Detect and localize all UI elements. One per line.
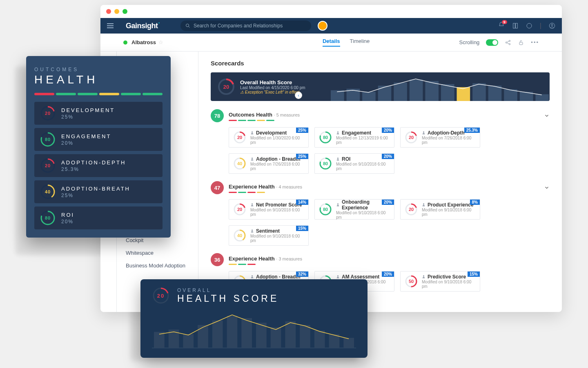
sidebar-item[interactable]: Whitespace — [117, 247, 198, 259]
person-icon — [336, 156, 340, 162]
minimize-window-icon[interactable] — [114, 9, 119, 14]
svg-rect-20 — [378, 86, 392, 101]
banner-text: Overall Health Score Last Modified on 4/… — [240, 79, 305, 94]
close-window-icon[interactable] — [106, 9, 111, 14]
weight-badge: 25% — [296, 128, 308, 133]
weight-badge: 32% — [296, 272, 308, 277]
measure-card[interactable]: 40 Adoption - Breadth Modified on 7/26/2… — [229, 153, 309, 174]
help-icon[interactable] — [526, 22, 532, 29]
group-score-badge: 47 — [211, 181, 224, 194]
measure-card[interactable]: 20 Net Promoter Score Modified on 9/10/2… — [229, 199, 309, 220]
profile-icon[interactable] — [549, 22, 555, 29]
weight-badge: 20% — [382, 200, 394, 205]
svg-rect-88 — [212, 321, 223, 348]
book-icon[interactable] — [512, 22, 519, 29]
sub-header: Albatross ☆ Details Timeline Scrolling •… — [100, 34, 562, 52]
overall-health-banner[interactable]: 20 Overall Health Score Last Modified on… — [211, 72, 550, 101]
overlay-score-title: HEALTH SCORE — [177, 293, 279, 304]
overall-score-value: 20 — [223, 84, 229, 90]
person-icon — [422, 274, 425, 280]
banner-title: Overall Health Score — [240, 79, 305, 85]
svg-line-10 — [507, 41, 509, 42]
global-search-input[interactable]: Search for Companies and Relationships — [180, 20, 311, 31]
overlay-score-kicker: OVERALL — [177, 287, 279, 293]
svg-point-34 — [252, 132, 253, 133]
maximize-window-icon[interactable] — [122, 9, 127, 14]
lock-icon[interactable] — [518, 39, 524, 46]
measure-card[interactable]: 40 Sentiment Modified on 9/10/2018 6:00 … — [229, 225, 309, 246]
svg-rect-19 — [362, 92, 376, 101]
svg-point-43 — [252, 158, 253, 159]
overlay-measure-row[interactable]: 20 ADOPTION-DEPTH25.3% — [34, 154, 163, 177]
scrolling-toggle[interactable] — [486, 39, 498, 46]
collapse-sidebar-icon[interactable]: ‹ — [295, 92, 302, 99]
svg-rect-22 — [410, 80, 423, 101]
weight-badge: 25.3% — [464, 128, 480, 133]
banner-trend-chart — [329, 72, 550, 101]
health-group: 78 Outcomes Health · 5 measures 20 Devel… — [211, 109, 550, 174]
overlay-measure-row[interactable]: 20 DEVELOPMENT25% — [34, 102, 163, 125]
overlay-outcomes-health: OUTCOMES HEALTH 20 DEVELOPMENT25% 80 ENG… — [26, 56, 171, 238]
overlay-measure-row[interactable]: 80 ROI20% — [34, 206, 163, 229]
measure-card[interactable]: 80 Engagement Modified on 12/13/2019 6:0… — [314, 127, 394, 148]
measure-card[interactable]: 80 Onboarding Experience Modified on 9/1… — [314, 199, 394, 220]
svg-point-49 — [252, 204, 253, 205]
tab-details[interactable]: Details — [323, 38, 340, 47]
svg-point-8 — [509, 40, 510, 41]
weight-badge: 14% — [296, 200, 308, 205]
company-name: Albatross — [131, 39, 156, 45]
group-title: Outcomes Health — [229, 112, 274, 118]
brand-logo: Gainsight˙ — [126, 22, 160, 30]
svg-point-9 — [509, 43, 510, 45]
svg-rect-3 — [516, 23, 518, 28]
svg-point-61 — [252, 276, 253, 277]
hamburger-menu-icon[interactable] — [107, 23, 114, 28]
user-avatar[interactable] — [318, 21, 327, 31]
weight-badge: 20% — [382, 128, 394, 133]
overlay-title: HEALTH — [34, 73, 163, 86]
measure-card[interactable]: 20 Development Modified on 1/30/2020 6:0… — [229, 127, 309, 148]
svg-rect-89 — [227, 316, 238, 348]
measure-card[interactable]: 80 ROI Modified on 9/10/2018 6:00 pm 20% — [314, 153, 394, 174]
measure-card[interactable]: 50 Predictive Score Modified on 9/10/201… — [400, 271, 480, 292]
divider: | — [540, 22, 541, 29]
tab-timeline[interactable]: Timeline — [350, 38, 370, 47]
status-indicator-icon — [123, 40, 127, 45]
svg-point-37 — [337, 132, 339, 133]
svg-rect-2 — [513, 23, 515, 28]
overlay-score-chart — [152, 307, 356, 352]
svg-point-55 — [423, 204, 424, 205]
chevron-down-icon[interactable] — [544, 185, 550, 191]
person-icon — [250, 130, 254, 136]
overlay-seg-bar — [34, 93, 163, 95]
svg-rect-84 — [154, 332, 165, 348]
measure-card[interactable]: 20 Adoption-Depth Modified on 7/26/2018 … — [400, 127, 480, 148]
overlay-measure-row[interactable]: 40 ADOPTION-BREATH25% — [34, 180, 163, 203]
notification-bell-icon[interactable]: 9 — [498, 22, 505, 30]
overlay-score-value: 20 — [157, 293, 165, 299]
favorite-star-icon[interactable]: ☆ — [158, 39, 163, 45]
svg-point-46 — [337, 158, 339, 159]
overlay-score-ring: 20 — [152, 287, 170, 305]
measure-card[interactable]: 20 Product Experience Modified on 9/10/2… — [400, 199, 480, 220]
svg-rect-21 — [394, 83, 407, 101]
overlay-measure-row[interactable]: 80 ENGAGEMENT20% — [34, 128, 163, 151]
weight-badge: 15% — [468, 272, 480, 277]
group-seg-bar — [229, 264, 302, 265]
banner-modified: Last Modified on 4/15/2020 6:00 pm — [240, 85, 305, 90]
weight-badge: 20% — [382, 272, 394, 277]
chevron-down-icon[interactable] — [544, 113, 550, 119]
more-icon[interactable]: ••• — [531, 39, 539, 45]
svg-point-67 — [423, 276, 424, 277]
share-icon[interactable] — [505, 39, 511, 46]
person-icon — [250, 202, 254, 208]
weight-badge: 25% — [296, 154, 308, 159]
svg-point-64 — [337, 276, 339, 277]
svg-rect-94 — [300, 325, 310, 348]
overlay-kicker: OUTCOMES — [34, 67, 163, 72]
person-icon — [336, 130, 340, 136]
svg-rect-28 — [488, 86, 502, 101]
sidebar-item[interactable]: Business Model Adoption — [117, 259, 198, 272]
svg-rect-12 — [519, 42, 523, 45]
group-title: Experience Health — [229, 256, 276, 262]
